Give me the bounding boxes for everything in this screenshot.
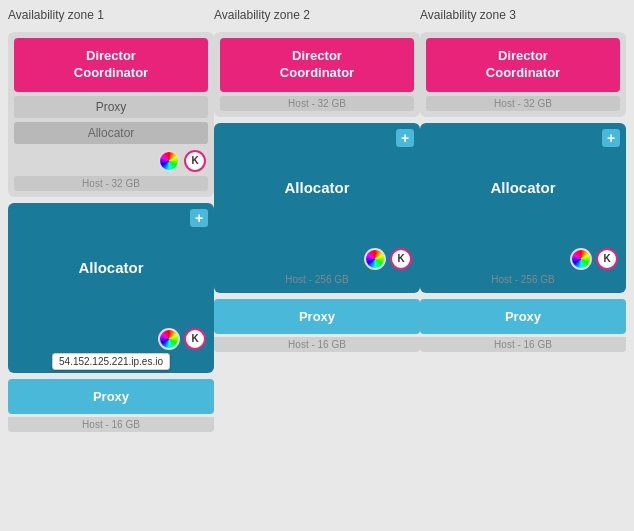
host-top-zone3: Host - 32 GB bbox=[426, 96, 620, 111]
add-button-zone3[interactable]: + bbox=[602, 129, 620, 147]
director-card-zone3: Director Coordinator Host - 32 GB bbox=[420, 32, 626, 117]
director-box-zone3: Director Coordinator bbox=[426, 38, 620, 92]
proxy-btn-zone2[interactable]: Proxy bbox=[214, 299, 420, 334]
allocator-card-zone2: + Allocator K Host - 256 GB bbox=[214, 123, 420, 293]
icon-row-zone1: K bbox=[14, 150, 208, 172]
proxy-tooltip-zone1: 54.152.125.221.ip.es.io bbox=[52, 353, 170, 370]
proxy-btn-zone1[interactable]: Proxy bbox=[8, 379, 214, 414]
proxy-btn-zone3[interactable]: Proxy bbox=[420, 299, 626, 334]
alloc-pink-k-icon-zone2[interactable]: K bbox=[390, 248, 412, 270]
allocator-host-zone3: Host - 256 GB bbox=[428, 274, 618, 285]
zone-2: Availability zone 2 Director Coordinator… bbox=[214, 8, 420, 523]
allocator-title-zone1: Allocator bbox=[16, 211, 206, 324]
proxy-card-zone2: Proxy Host - 16 GB bbox=[214, 299, 420, 352]
allocator-title-zone2: Allocator bbox=[222, 131, 412, 244]
allocator-title-zone3: Allocator bbox=[428, 131, 618, 244]
rainbow-icon-zone1[interactable] bbox=[158, 150, 180, 172]
zone-1-label: Availability zone 1 bbox=[8, 8, 214, 22]
proxy-host-zone2: Host - 16 GB bbox=[214, 337, 420, 352]
proxy-host-zone3: Host - 16 GB bbox=[420, 337, 626, 352]
alloc-pink-k-icon-zone3[interactable]: K bbox=[596, 248, 618, 270]
proxy-card-zone3: Proxy Host - 16 GB bbox=[420, 299, 626, 352]
allocator-inner-zone1: Allocator bbox=[14, 122, 208, 144]
director-box-zone2: Director Coordinator bbox=[220, 38, 414, 92]
add-button-zone2[interactable]: + bbox=[396, 129, 414, 147]
zone-3: Availability zone 3 Director Coordinator… bbox=[420, 8, 626, 523]
proxy-host-zone1: Host - 16 GB bbox=[8, 417, 214, 432]
allocator-card-zone1: + Allocator K Host - 256 GB bbox=[8, 203, 214, 373]
allocator-icons-zone2: K bbox=[222, 248, 412, 270]
zone-3-label: Availability zone 3 bbox=[420, 8, 626, 22]
pink-k-icon-zone1[interactable]: K bbox=[184, 150, 206, 172]
director-box-zone1: Director Coordinator bbox=[14, 38, 208, 92]
add-button-zone1[interactable]: + bbox=[190, 209, 208, 227]
alloc-pink-k-icon-zone1[interactable]: K bbox=[184, 328, 206, 350]
allocator-icons-zone3: K bbox=[428, 248, 618, 270]
allocator-host-zone2: Host - 256 GB bbox=[222, 274, 412, 285]
alloc-rainbow-icon-zone3[interactable] bbox=[570, 248, 592, 270]
proxy-inner-zone1: Proxy bbox=[14, 96, 208, 118]
director-card-zone1: Director Coordinator Proxy Allocator K H… bbox=[8, 32, 214, 197]
allocator-icons-zone1: K bbox=[16, 328, 206, 350]
alloc-rainbow-icon-zone2[interactable] bbox=[364, 248, 386, 270]
alloc-rainbow-icon-zone1[interactable] bbox=[158, 328, 180, 350]
host-top-zone1: Host - 32 GB bbox=[14, 176, 208, 191]
allocator-card-zone3: + Allocator K Host - 256 GB bbox=[420, 123, 626, 293]
host-top-zone2: Host - 32 GB bbox=[220, 96, 414, 111]
proxy-card-zone1: 54.152.125.221.ip.es.io Proxy Host - 16 … bbox=[8, 379, 214, 432]
director-card-zone2: Director Coordinator Host - 32 GB bbox=[214, 32, 420, 117]
zone-1: Availability zone 1 Director Coordinator… bbox=[8, 8, 214, 523]
zone-2-label: Availability zone 2 bbox=[214, 8, 420, 22]
